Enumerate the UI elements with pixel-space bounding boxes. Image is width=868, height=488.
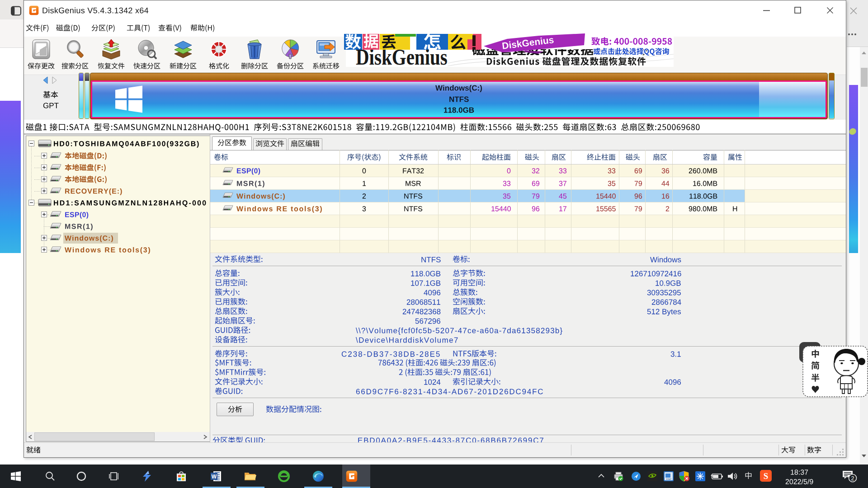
svg-text:intel: intel bbox=[666, 478, 671, 480]
svg-text:S: S bbox=[764, 471, 769, 481]
svg-text:2: 2 bbox=[851, 475, 854, 482]
svg-text:W: W bbox=[212, 474, 217, 480]
